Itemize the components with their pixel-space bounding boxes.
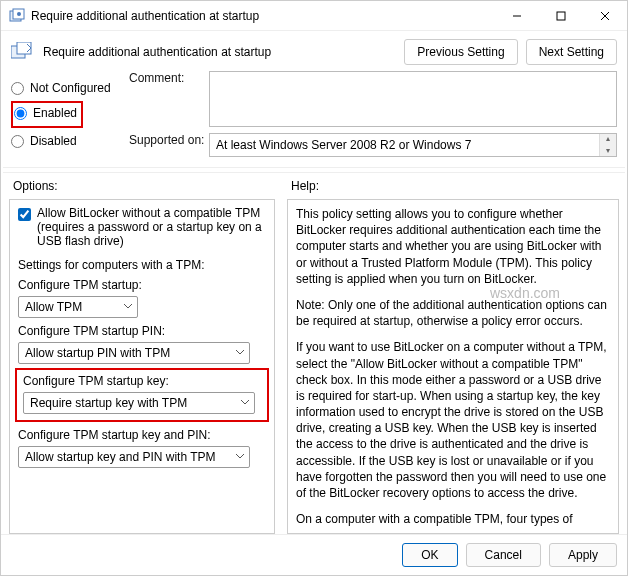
previous-setting-button[interactable]: Previous Setting (404, 39, 517, 65)
supported-value: At least Windows Server 2008 R2 or Windo… (216, 138, 471, 152)
help-pane: Help: This policy setting allows you to … (281, 173, 625, 534)
ok-button[interactable]: OK (402, 543, 457, 567)
policy-header-icon (11, 42, 37, 62)
svg-rect-4 (557, 12, 565, 20)
comment-row: Comment: (129, 71, 617, 127)
supported-value-box: At least Windows Server 2008 R2 or Windo… (209, 133, 617, 157)
titlebar: Require additional authentication at sta… (1, 1, 627, 31)
radio-label: Enabled (33, 106, 77, 120)
comment-input[interactable] (209, 71, 617, 127)
chevron-down-icon (235, 450, 245, 464)
help-paragraph: If you want to use BitLocker on a comput… (296, 339, 610, 501)
cfg-tpm-key-label: Configure TPM startup key: (23, 374, 261, 388)
chevron-down-icon (123, 300, 133, 314)
chevron-down-icon (235, 346, 245, 360)
cfg-tpm-startup-label: Configure TPM startup: (18, 278, 266, 292)
allow-without-tpm-input[interactable] (18, 208, 31, 221)
highlight-enabled: Enabled (11, 101, 83, 128)
options-label: Options: (3, 173, 281, 199)
header-label: Require additional authentication at sta… (43, 45, 396, 59)
window-title: Require additional authentication at sta… (31, 9, 495, 23)
close-button[interactable] (583, 1, 627, 31)
radio-enabled[interactable]: Enabled (14, 106, 77, 120)
comment-supported-col: Comment: Supported on: At least Windows … (129, 71, 617, 163)
policy-icon (9, 8, 25, 24)
footer: OK Cancel Apply (1, 534, 627, 575)
dropdown-value: Allow TPM (25, 300, 82, 314)
policy-window: Require additional authentication at sta… (0, 0, 628, 576)
svg-rect-8 (17, 42, 31, 54)
chevron-down-icon (240, 396, 250, 410)
settings-header: Settings for computers with a TPM: (18, 258, 266, 272)
radio-disabled[interactable]: Disabled (11, 134, 129, 148)
supported-label: Supported on: (129, 133, 209, 147)
cfg-tpm-key-pin-dropdown[interactable]: Allow startup key and PIN with TPM (18, 446, 250, 468)
comment-label: Comment: (129, 71, 209, 85)
dropdown-value: Allow startup key and PIN with TPM (25, 450, 216, 464)
radio-disabled-input[interactable] (11, 135, 24, 148)
help-body: This policy setting allows you to config… (287, 199, 619, 534)
allow-without-tpm-checkbox[interactable]: Allow BitLocker without a compatible TPM… (18, 206, 266, 248)
cfg-tpm-pin-label: Configure TPM startup PIN: (18, 324, 266, 338)
help-paragraph: Note: Only one of the additional authent… (296, 297, 610, 329)
radio-not-configured[interactable]: Not Configured (11, 81, 129, 95)
radio-label: Not Configured (30, 81, 111, 95)
cfg-tpm-key-dropdown[interactable]: Require startup key with TPM (23, 392, 255, 414)
cfg-tpm-pin-dropdown[interactable]: Allow startup PIN with TPM (18, 342, 250, 364)
minimize-button[interactable] (495, 1, 539, 31)
help-label: Help: (281, 173, 625, 199)
options-body: Allow BitLocker without a compatible TPM… (9, 199, 275, 534)
radio-not-configured-input[interactable] (11, 82, 24, 95)
dropdown-value: Require startup key with TPM (30, 396, 187, 410)
allow-without-tpm-label: Allow BitLocker without a compatible TPM… (37, 206, 266, 248)
options-pane: Options: Allow BitLocker without a compa… (3, 173, 281, 534)
highlight-startup-key: Configure TPM startup key: Require start… (15, 368, 269, 422)
radio-enabled-input[interactable] (14, 107, 27, 120)
cfg-tpm-startup-dropdown[interactable]: Allow TPM (18, 296, 138, 318)
cfg-tpm-key-pin-label: Configure TPM startup key and PIN: (18, 428, 266, 442)
supported-scrollbar[interactable]: ▴▾ (599, 134, 616, 156)
apply-button[interactable]: Apply (549, 543, 617, 567)
header-row: Require additional authentication at sta… (1, 31, 627, 69)
svg-point-2 (17, 12, 21, 16)
maximize-button[interactable] (539, 1, 583, 31)
state-area: Not Configured Enabled Disabled Comment:… (1, 69, 627, 163)
next-setting-button[interactable]: Next Setting (526, 39, 617, 65)
cancel-button[interactable]: Cancel (466, 543, 541, 567)
panes: Options: Allow BitLocker without a compa… (1, 173, 627, 534)
supported-row: Supported on: At least Windows Server 20… (129, 133, 617, 157)
state-radios: Not Configured Enabled Disabled (11, 71, 129, 163)
dropdown-value: Allow startup PIN with TPM (25, 346, 170, 360)
help-paragraph: This policy setting allows you to config… (296, 206, 610, 287)
help-paragraph: On a computer with a compatible TPM, fou… (296, 511, 610, 527)
radio-label: Disabled (30, 134, 77, 148)
